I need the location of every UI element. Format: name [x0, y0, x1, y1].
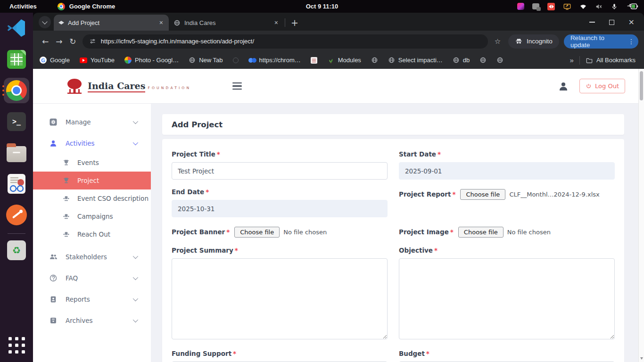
browser-toolbar: ← → ↻ https://icfnv5-staging.icfn.in/man…	[33, 31, 644, 52]
sidebar-item-activities[interactable]: Activities	[33, 132, 151, 154]
back-button[interactable]: ←	[39, 37, 52, 46]
project-image-choose-file-button[interactable]: Choose file	[458, 227, 504, 238]
sidebar-item-stakeholders[interactable]: Stakeholders	[33, 246, 151, 267]
clock[interactable]: Oct 9 11:10	[306, 3, 339, 10]
dock-chrome[interactable]	[0, 75, 33, 106]
new-tab-button[interactable]: +	[291, 18, 298, 27]
tab-title: India Cares	[184, 19, 269, 26]
microphone-icon[interactable]	[611, 3, 618, 10]
forward-button[interactable]: →	[52, 37, 66, 46]
sidebar-item-event-cso-description[interactable]: Event CSO description	[33, 189, 151, 207]
dock-document-viewer[interactable]	[0, 168, 33, 199]
end-date-input[interactable]	[172, 200, 388, 217]
address-bar[interactable]: https://icfnv5-staging.icfn.in/manage-se…	[83, 34, 488, 49]
people-icon	[49, 252, 58, 261]
user-profile-icon[interactable]	[558, 81, 569, 92]
close-tab-icon[interactable]: ×	[272, 19, 280, 26]
sidebar-item-events[interactable]: Events	[33, 154, 151, 172]
sidebar-item-campaigns[interactable]: Campaigns	[33, 207, 151, 225]
chevron-down-icon	[133, 274, 138, 280]
bookmark-chrome-link[interactable]: https://chrom…	[248, 57, 301, 64]
project-summary-textarea[interactable]	[172, 258, 388, 339]
remote-desktop-icon[interactable]	[547, 3, 555, 10]
logout-button[interactable]: Log Out	[579, 79, 625, 93]
dock-files[interactable]	[0, 137, 33, 168]
minimize-button[interactable]	[589, 22, 595, 23]
reload-button[interactable]: ↻	[66, 37, 80, 46]
muted-speaker-icon[interactable]	[595, 3, 603, 10]
bookmark-star-icon[interactable]: ☆	[495, 37, 501, 46]
bookmark-globe-2[interactable]	[479, 57, 487, 64]
tab-search-button[interactable]	[39, 16, 51, 28]
bookmark-bajaj[interactable]	[311, 57, 317, 64]
tab-strip: Add Project × India Cares × + ×	[33, 13, 644, 31]
close-window-button[interactable]: ×	[628, 18, 635, 26]
focused-app-indicator[interactable]: Google Chrome	[58, 3, 116, 10]
bookmark-db[interactable]: db	[453, 57, 470, 64]
bookmark-globe-1[interactable]	[371, 57, 378, 64]
page-scrollbar[interactable]	[638, 69, 644, 362]
dock-terminal[interactable]: >_	[0, 106, 33, 137]
logo-subtitle: FOUNDATION	[148, 86, 191, 90]
ubuntu-top-bar: Activities Google Chrome Oct 9 11:10	[0, 0, 644, 13]
sidebar-item-reach-out[interactable]: Reach Out	[33, 225, 151, 243]
chrome-icon	[58, 3, 65, 10]
sidebar-item-manage[interactable]: Manage	[33, 111, 151, 132]
archive-icon	[49, 316, 58, 325]
project-banner-file-name: No file chosen	[283, 229, 327, 236]
bookmarks-overflow-button[interactable]: »	[570, 56, 574, 64]
objective-label: Objective*	[399, 247, 615, 254]
seat-icon	[61, 195, 71, 203]
bookmark-modules[interactable]: Modules	[327, 57, 361, 64]
relaunch-to-update-button[interactable]: Relaunch to update ⋮	[564, 34, 638, 49]
bookmarks-bar: GGoogle YouTube Photo - Googl… New Tab h…	[33, 52, 644, 69]
sidebar: Manage Activities Events	[33, 104, 151, 362]
bookmark-photos[interactable]: Photo - Googl…	[124, 57, 179, 64]
screen-share-icon[interactable]	[563, 2, 571, 11]
google-photos-icon	[124, 57, 132, 64]
site-settings-icon[interactable]	[89, 38, 96, 45]
tab-india-cares[interactable]: India Cares ×	[169, 15, 284, 31]
close-tab-icon[interactable]: ×	[157, 19, 165, 26]
trophy-icon	[61, 177, 71, 185]
scroll-down-arrow[interactable]	[640, 357, 643, 360]
objective-textarea[interactable]	[399, 258, 615, 339]
prism-app-icon[interactable]	[517, 3, 524, 10]
dock-postman[interactable]	[0, 199, 33, 230]
bookmark-select-impact[interactable]: Select impacti…	[388, 57, 443, 64]
tab-divider	[285, 18, 285, 27]
project-report-choose-file-button[interactable]: Choose file	[460, 189, 505, 200]
sidebar-item-reports[interactable]: Reports	[33, 288, 151, 310]
wifi-icon[interactable]	[579, 3, 587, 10]
tab-add-project[interactable]: Add Project ×	[54, 15, 169, 31]
show-applications-button[interactable]	[8, 337, 25, 354]
india-cares-logo[interactable]: India Cares FOUNDATION	[65, 78, 191, 95]
scrollbar-thumb[interactable]	[640, 71, 643, 100]
start-date-input[interactable]	[399, 162, 615, 180]
sidebar-item-project[interactable]: Project	[33, 172, 151, 189]
battery-icon[interactable]	[626, 3, 638, 10]
sidebar-item-faq[interactable]: FAQ	[33, 267, 151, 288]
files-icon	[7, 146, 26, 162]
dock-trash[interactable]: ♻	[0, 237, 33, 264]
chat-icon[interactable]	[532, 3, 539, 9]
sidebar-item-archives[interactable]: Archives	[33, 310, 151, 331]
activities-button[interactable]: Activities	[9, 3, 37, 10]
bookmark-unnamed[interactable]	[233, 58, 239, 63]
project-summary-label: Project Summary*	[172, 247, 388, 254]
bookmark-globe-3[interactable]	[496, 57, 504, 64]
project-report-file-row: Project Report* Choose file CLF__Monthl……	[399, 188, 615, 200]
bookmark-google[interactable]: GGoogle	[40, 57, 70, 64]
bookmark-youtube[interactable]: YouTube	[80, 57, 115, 64]
project-banner-choose-file-button[interactable]: Choose file	[234, 227, 280, 238]
project-title-input[interactable]	[172, 162, 388, 180]
dock-vscode[interactable]	[0, 13, 33, 44]
dock-libreoffice-calc[interactable]	[0, 44, 33, 75]
restore-button[interactable]	[609, 20, 614, 25]
sidebar-toggle-hamburger[interactable]	[232, 82, 242, 90]
chevron-down-icon	[133, 296, 138, 301]
bookmark-new-tab[interactable]: New Tab	[189, 57, 223, 64]
project-image-label: Project Image*	[399, 228, 454, 236]
menu-dots-icon[interactable]: ⋮	[628, 38, 635, 45]
all-bookmarks-button[interactable]: All Bookmarks	[586, 57, 636, 64]
